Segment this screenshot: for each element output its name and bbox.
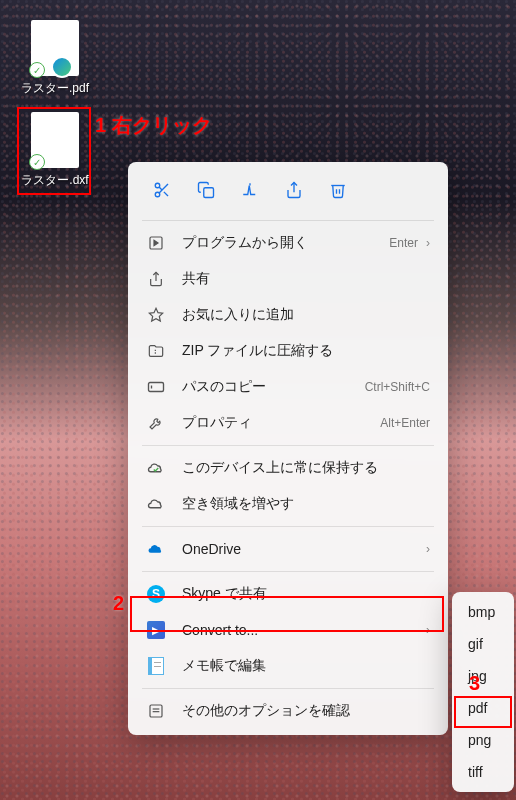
svg-point-0 xyxy=(155,183,160,188)
divider xyxy=(142,445,434,446)
share-icon xyxy=(146,269,166,289)
menu-free-space[interactable]: 空き領域を増やす xyxy=(134,486,442,522)
menu-properties[interactable]: プロパティ Alt+Enter xyxy=(134,405,442,441)
sync-icon: ✓ xyxy=(29,62,45,78)
menu-label: OneDrive xyxy=(182,541,418,557)
file-label: ラスター.pdf xyxy=(20,80,90,97)
svg-rect-12 xyxy=(150,705,162,717)
open-with-icon xyxy=(146,233,166,253)
share-arrow-icon xyxy=(285,181,303,199)
menu-label: このデバイス上に常に保持する xyxy=(182,459,430,477)
svg-line-4 xyxy=(159,187,162,190)
menu-label: プログラムから開く xyxy=(182,234,389,252)
menu-more-options[interactable]: その他のオプションを確認 xyxy=(134,693,442,729)
menu-label: メモ帳で編集 xyxy=(182,657,430,675)
rename-button[interactable] xyxy=(230,172,270,208)
cloud-check-icon xyxy=(146,458,166,478)
svg-marker-9 xyxy=(149,308,162,321)
menu-share[interactable]: 共有 xyxy=(134,261,442,297)
rename-icon xyxy=(241,181,259,199)
context-menu: プログラムから開く Enter › 共有 お気に入りに追加 ZIP ファイルに圧… xyxy=(128,162,448,735)
trash-icon xyxy=(329,181,347,199)
svg-line-3 xyxy=(164,192,168,196)
annotation-box-3 xyxy=(454,696,512,728)
context-toolbar xyxy=(134,168,442,216)
menu-copy-path[interactable]: パスのコピー Ctrl+Shift+C xyxy=(134,369,442,405)
copy-path-icon xyxy=(146,377,166,397)
shortcut: Enter xyxy=(389,236,418,250)
menu-keep-device[interactable]: このデバイス上に常に保持する xyxy=(134,450,442,486)
menu-zip[interactable]: ZIP ファイルに圧縮する xyxy=(134,333,442,369)
copy-button[interactable] xyxy=(186,172,226,208)
scissors-icon xyxy=(153,181,171,199)
menu-label: その他のオプションを確認 xyxy=(182,702,430,720)
cut-button[interactable] xyxy=(142,172,182,208)
annotation-2: 2 xyxy=(113,592,124,615)
divider xyxy=(142,220,434,221)
delete-button[interactable] xyxy=(318,172,358,208)
onedrive-icon xyxy=(146,539,166,559)
menu-onedrive[interactable]: OneDrive › xyxy=(134,531,442,567)
divider xyxy=(142,526,434,527)
divider xyxy=(142,571,434,572)
file-icon: ✓ xyxy=(31,20,79,76)
copy-icon xyxy=(197,181,215,199)
notepad-icon xyxy=(146,656,166,676)
menu-label: 空き領域を増やす xyxy=(182,495,430,513)
annotation-box-1 xyxy=(17,107,91,195)
menu-label: ZIP ファイルに圧縮する xyxy=(182,342,430,360)
menu-favorite[interactable]: お気に入りに追加 xyxy=(134,297,442,333)
edge-icon xyxy=(51,56,73,78)
annotation-3: 3 xyxy=(469,672,480,695)
divider xyxy=(142,688,434,689)
zip-icon xyxy=(146,341,166,361)
menu-label: 共有 xyxy=(182,270,430,288)
annotation-1: 1 右クリック xyxy=(95,112,212,139)
submenu-png[interactable]: png xyxy=(456,724,510,756)
share-button[interactable] xyxy=(274,172,314,208)
convert-submenu: bmp gif jpg pdf png tiff xyxy=(452,592,514,792)
menu-open-with[interactable]: プログラムから開く Enter › xyxy=(134,225,442,261)
cloud-icon xyxy=(146,494,166,514)
chevron-right-icon: › xyxy=(426,236,430,250)
menu-notepad[interactable]: メモ帳で編集 xyxy=(134,648,442,684)
submenu-gif[interactable]: gif xyxy=(456,628,510,660)
submenu-bmp[interactable]: bmp xyxy=(456,596,510,628)
annotation-box-2 xyxy=(130,596,444,632)
menu-label: お気に入りに追加 xyxy=(182,306,430,324)
svg-point-1 xyxy=(155,192,160,197)
more-icon xyxy=(146,701,166,721)
shortcut: Alt+Enter xyxy=(380,416,430,430)
submenu-jpg[interactable]: jpg xyxy=(456,660,510,692)
submenu-tiff[interactable]: tiff xyxy=(456,756,510,788)
wrench-icon xyxy=(146,413,166,433)
shortcut: Ctrl+Shift+C xyxy=(365,380,430,394)
desktop-file-pdf[interactable]: ✓ ラスター.pdf xyxy=(20,20,90,97)
star-icon xyxy=(146,305,166,325)
svg-rect-5 xyxy=(204,188,214,198)
svg-rect-10 xyxy=(149,383,164,392)
menu-label: パスのコピー xyxy=(182,378,365,396)
chevron-right-icon: › xyxy=(426,542,430,556)
menu-label: プロパティ xyxy=(182,414,380,432)
